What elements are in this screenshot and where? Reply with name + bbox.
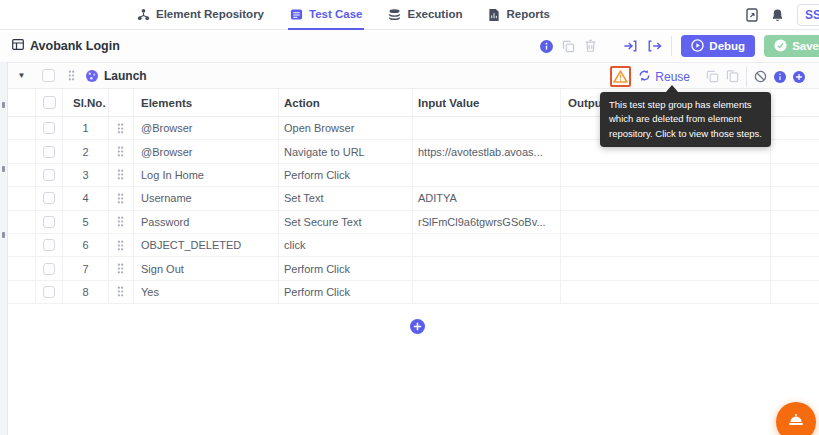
collapsed-side-panel[interactable]: [0, 62, 8, 435]
cell-action[interactable]: Navigate to URL: [278, 140, 412, 162]
add-step-circle-icon[interactable]: [793, 71, 805, 83]
cell-element[interactable]: OBJECT_DELETED: [133, 234, 278, 256]
gutter-cell: [8, 211, 35, 233]
col-elements: Elements: [133, 89, 278, 116]
copy-steps-icon[interactable]: [706, 70, 719, 83]
gutter-cell: [8, 257, 35, 279]
row-checkbox[interactable]: [43, 122, 55, 134]
cell-input-value[interactable]: [412, 117, 560, 139]
tooltip-arrow: [666, 85, 678, 92]
cell-element[interactable]: Username: [133, 187, 278, 209]
row-checkbox[interactable]: [43, 146, 55, 158]
cell-action[interactable]: Set Secure Text: [278, 211, 412, 233]
step-info-icon[interactable]: [774, 71, 786, 83]
cell-element[interactable]: Log In Home: [133, 164, 278, 186]
drag-handle-icon[interactable]: [117, 123, 125, 134]
support-fab-button[interactable]: [776, 402, 816, 435]
deleted-elements-tooltip: This test step group has elements which …: [600, 92, 771, 147]
cell-input-value[interactable]: [412, 164, 560, 186]
cell-extra: [770, 117, 819, 139]
cell-action[interactable]: Set Text: [278, 187, 412, 209]
tooltip-line: which are deleted from element: [609, 112, 762, 126]
cell-output-value[interactable]: [560, 164, 770, 186]
row-checkbox[interactable]: [43, 192, 55, 204]
release-notes-icon[interactable]: [746, 8, 758, 22]
cell-slno: 8: [62, 281, 108, 303]
cell-slno: 7: [62, 257, 108, 279]
debug-button[interactable]: Debug: [681, 35, 755, 57]
drag-handle-icon[interactable]: [117, 193, 125, 204]
info-icon[interactable]: [540, 40, 553, 53]
row-checkbox[interactable]: [43, 239, 55, 251]
drag-handle-icon[interactable]: [117, 286, 125, 297]
drag-handle-icon[interactable]: [68, 70, 76, 81]
disable-step-icon[interactable]: [754, 70, 767, 83]
avatar[interactable]: SS: [797, 4, 819, 26]
notifications-bell-icon[interactable]: [771, 8, 784, 22]
collapse-caret-icon[interactable]: ▼: [18, 72, 26, 80]
row-checkbox[interactable]: [43, 286, 55, 298]
drag-handle-icon[interactable]: [117, 240, 125, 251]
tab-element-repository[interactable]: Element Repository: [135, 0, 266, 30]
cell-action[interactable]: click: [278, 234, 412, 256]
cell-input-value[interactable]: rSlFmCl9a6tgwrsGSoBv...: [412, 211, 560, 233]
cell-slno: 3: [62, 164, 108, 186]
group-checkbox[interactable]: [42, 69, 55, 82]
save-button[interactable]: Save: [764, 35, 819, 57]
import-icon[interactable]: [623, 39, 638, 53]
tab-execution[interactable]: Execution: [386, 0, 464, 30]
add-step-button[interactable]: [410, 319, 425, 334]
cell-action[interactable]: Perform Click: [278, 164, 412, 186]
select-all-checkbox[interactable]: [43, 96, 56, 109]
service-bell-icon: [787, 413, 805, 432]
paste-steps-icon[interactable]: [726, 70, 739, 83]
cell-extra: [770, 164, 819, 186]
drag-handle-icon[interactable]: [117, 146, 125, 157]
cell-output-value[interactable]: [560, 187, 770, 209]
group-name: Launch: [104, 69, 147, 83]
cell-action[interactable]: Perform Click: [278, 281, 412, 303]
cell-output-value[interactable]: [560, 211, 770, 233]
cell-element[interactable]: Yes: [133, 281, 278, 303]
cell-output-value[interactable]: [560, 234, 770, 256]
cell-element[interactable]: @Browser: [133, 117, 278, 139]
row-checkbox[interactable]: [43, 169, 55, 181]
drag-handle-icon[interactable]: [117, 263, 125, 274]
cell-action[interactable]: Perform Click: [278, 257, 412, 279]
copy-icon[interactable]: [562, 40, 575, 53]
tooltip-line: This test step group has elements: [609, 98, 762, 112]
deleted-elements-warning-icon[interactable]: [610, 66, 631, 87]
export-icon[interactable]: [647, 39, 662, 53]
cell-input-value[interactable]: https://avotestlab.avoas...: [412, 140, 560, 162]
cell-element[interactable]: Sign Out: [133, 257, 278, 279]
cell-slno: 6: [62, 234, 108, 256]
cell-output-value[interactable]: [560, 257, 770, 279]
row-checkbox[interactable]: [43, 263, 55, 275]
row-checkbox[interactable]: [43, 216, 55, 228]
app-window: Element Repository Test Case Execution R…: [0, 0, 819, 435]
gutter-cell: [8, 164, 35, 186]
cell-input-value[interactable]: [412, 281, 560, 303]
cell-drag: [108, 164, 133, 186]
drag-handle-icon[interactable]: [117, 169, 125, 180]
cell-drag: [108, 140, 133, 162]
cell-extra: [770, 257, 819, 279]
trash-icon[interactable]: [584, 39, 597, 53]
cell-element[interactable]: Password: [133, 211, 278, 233]
cell-slno: 4: [62, 187, 108, 209]
cell-input-value[interactable]: [412, 257, 560, 279]
cell-output-value[interactable]: [560, 281, 770, 303]
cell-element[interactable]: @Browser: [133, 140, 278, 162]
topnav-right: SS: [746, 0, 819, 30]
col-action: Action: [278, 89, 412, 116]
drag-handle-icon[interactable]: [117, 216, 125, 227]
toolbar-separator: [671, 36, 672, 56]
top-navbar: Element Repository Test Case Execution R…: [0, 0, 819, 30]
reuse-button[interactable]: Reuse: [638, 69, 690, 85]
cell-action[interactable]: Open Browser: [278, 117, 412, 139]
tab-test-case[interactable]: Test Case: [288, 0, 364, 30]
cell-drag: [108, 187, 133, 209]
cell-input-value[interactable]: [412, 234, 560, 256]
tab-reports[interactable]: Reports: [486, 0, 551, 30]
cell-input-value[interactable]: ADITYA: [412, 187, 560, 209]
